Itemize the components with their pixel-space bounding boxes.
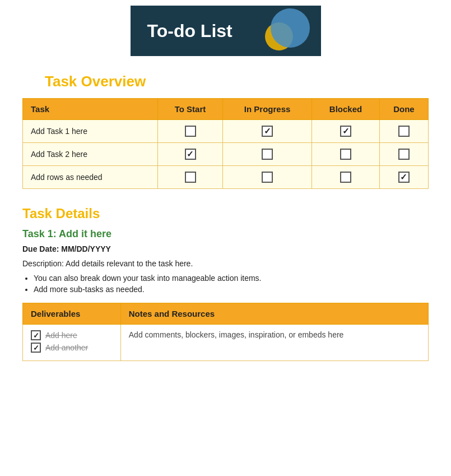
checkbox-cell-blocked[interactable] — [312, 143, 380, 166]
checkbox-cell-to_start[interactable] — [157, 120, 222, 143]
checkbox-blocked[interactable]: ✓ — [340, 126, 351, 137]
due-date: Due Date: MM/DD/YYYY — [22, 244, 429, 253]
table-header-row: Task To Start In Progress Blocked Done — [23, 99, 429, 120]
notes-col-header: Notes and Resources — [120, 303, 428, 325]
table-row: Add Task 2 here✓ — [23, 143, 429, 166]
task-overview-table: Task To Start In Progress Blocked Done A… — [22, 98, 429, 189]
banner-box: To-do List — [131, 6, 321, 56]
deliverable-label: Add another — [45, 343, 88, 352]
notes-text: Add comments, blockers, images, inspirat… — [129, 330, 344, 339]
checkbox-done[interactable]: ✓ — [398, 172, 410, 183]
col-to-start: To Start — [157, 99, 222, 120]
task-name-cell: Add Task 2 here — [23, 143, 158, 166]
deliverable-item: ✓Add another — [31, 343, 113, 353]
deliverables-table: Deliverables Notes and Resources ✓Add he… — [22, 303, 429, 361]
task-overview-heading: Task Overview — [22, 67, 429, 98]
checkbox-in_progress[interactable] — [262, 149, 273, 160]
deliverable-label: Add here — [45, 331, 77, 340]
deliverable-item: ✓Add here — [31, 330, 113, 340]
deliverable-checkbox[interactable]: ✓ — [31, 343, 41, 353]
notes-cell: Add comments, blockers, images, inspirat… — [120, 325, 428, 361]
list-item: Add more sub-tasks as needed. — [34, 285, 429, 294]
checkbox-cell-done[interactable] — [379, 120, 428, 143]
deliverables-cell: ✓Add here✓Add another — [23, 325, 121, 361]
list-item: You can also break down your task into m… — [34, 274, 429, 283]
table-row: Add rows as needed✓ — [23, 166, 429, 189]
checkbox-in_progress[interactable]: ✓ — [262, 126, 273, 137]
checkbox-cell-in_progress[interactable] — [223, 143, 312, 166]
checkbox-cell-to_start[interactable] — [157, 166, 222, 189]
checkbox-blocked[interactable] — [340, 172, 351, 183]
col-blocked: Blocked — [312, 99, 380, 120]
deliverables-header-row: Deliverables Notes and Resources — [23, 303, 429, 325]
checkbox-cell-in_progress[interactable] — [223, 166, 312, 189]
checkbox-cell-blocked[interactable] — [312, 166, 380, 189]
col-task: Task — [23, 99, 158, 120]
deliverable-checkbox[interactable]: ✓ — [31, 330, 41, 340]
checkbox-cell-in_progress[interactable]: ✓ — [223, 120, 312, 143]
checkbox-done[interactable] — [398, 149, 410, 160]
description-text: Add details relevant to the task here. — [66, 259, 193, 268]
checkbox-cell-done[interactable]: ✓ — [379, 166, 428, 189]
due-date-label: Due Date: — [22, 244, 59, 253]
task-overview-section: Task Overview Task To Start In Progress … — [0, 67, 451, 189]
col-done: Done — [379, 99, 428, 120]
checkbox-cell-to_start[interactable]: ✓ — [157, 143, 222, 166]
checkbox-to_start[interactable] — [185, 126, 196, 137]
task-name-cell: Add rows as needed — [23, 166, 158, 189]
description-label: Description: — [22, 259, 64, 268]
banner-title: To-do List — [147, 21, 233, 41]
deliverables-col-header: Deliverables — [23, 303, 121, 325]
checkbox-cell-done[interactable] — [379, 143, 428, 166]
task-details-heading: Task Details — [22, 206, 429, 221]
checkbox-to_start[interactable] — [185, 172, 196, 183]
due-date-value: MM/DD/YYYY — [61, 244, 111, 253]
checkbox-cell-blocked[interactable]: ✓ — [312, 120, 380, 143]
header-banner: To-do List — [0, 0, 451, 67]
task-name-cell: Add Task 1 here — [23, 120, 158, 143]
bullet-list: You can also break down your task into m… — [34, 274, 429, 294]
table-row: Add Task 1 here✓✓ — [23, 120, 429, 143]
description: Description: Add details relevant to the… — [22, 259, 429, 268]
checkbox-done[interactable] — [398, 126, 410, 137]
checkbox-blocked[interactable] — [340, 149, 351, 160]
checkbox-to_start[interactable]: ✓ — [185, 149, 196, 160]
task-details-section: Task Details Task 1: Add it here Due Dat… — [0, 206, 451, 361]
banner-decoration-blue — [271, 8, 310, 48]
task1-title: Task 1: Add it here — [22, 228, 429, 240]
deliverables-row: ✓Add here✓Add another Add comments, bloc… — [23, 325, 429, 361]
checkbox-in_progress[interactable] — [262, 172, 273, 183]
col-in-progress: In Progress — [223, 99, 312, 120]
